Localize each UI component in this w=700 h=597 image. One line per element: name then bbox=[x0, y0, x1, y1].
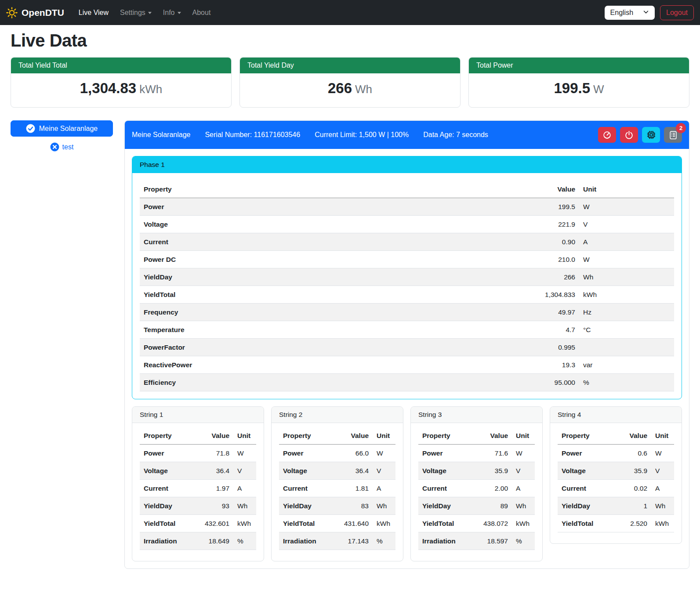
dropdown-caret-icon bbox=[178, 12, 181, 14]
unit-cell: V bbox=[579, 216, 674, 233]
unit-cell: % bbox=[579, 374, 674, 391]
property-cell: YieldTotal bbox=[140, 286, 520, 304]
value-cell: 1.97 bbox=[195, 480, 233, 497]
column-header-property: Property bbox=[279, 427, 334, 445]
property-cell: Current bbox=[558, 480, 613, 497]
value-cell: 18.597 bbox=[473, 532, 512, 550]
table-row-voltage: Voltage36.4V bbox=[140, 462, 256, 480]
table-row-irradiation: Irradiation17.143% bbox=[279, 532, 395, 550]
column-header-unit: Unit bbox=[512, 427, 535, 445]
phase-table-header-row: PropertyValueUnit bbox=[140, 181, 674, 198]
value-cell: 1 bbox=[613, 497, 651, 515]
unit-cell: Wh bbox=[233, 497, 256, 515]
table-row-yieldday: YieldDay83Wh bbox=[279, 497, 395, 515]
page-title: Live Data bbox=[11, 31, 689, 51]
property-cell: Temperature bbox=[140, 321, 520, 339]
string-card-string-1: String 1 PropertyValueUnit Power71.8WVol… bbox=[132, 406, 264, 561]
value-cell: 71.6 bbox=[473, 445, 512, 462]
table-row-power: Power199.5W bbox=[140, 198, 674, 216]
power-toggle-button[interactable] bbox=[620, 127, 638, 143]
nav-item-live-view[interactable]: Live View bbox=[73, 5, 114, 20]
summary-card-total-yield-day: Total Yield Day 266Wh bbox=[239, 57, 461, 108]
string-card-string-4: String 4 PropertyValueUnit Power0.6WVolt… bbox=[550, 406, 682, 544]
table-row-voltage: Voltage35.9V bbox=[558, 462, 674, 480]
value-cell: 266 bbox=[520, 268, 579, 286]
column-header-property: Property bbox=[418, 427, 473, 445]
strings-row: String 1 PropertyValueUnit Power71.8WVol… bbox=[132, 406, 682, 561]
unit-cell: A bbox=[651, 480, 674, 497]
table-row-current: Current0.90A bbox=[140, 233, 674, 251]
property-cell: YieldDay bbox=[140, 268, 520, 286]
value-cell: 438.072 bbox=[473, 515, 512, 532]
value-cell: 35.9 bbox=[613, 462, 651, 480]
value-cell: 83 bbox=[334, 497, 373, 515]
string-card-string-2: String 2 PropertyValueUnit Power66.0WVol… bbox=[271, 406, 403, 561]
property-cell: Power bbox=[140, 198, 520, 216]
table-row-voltage: Voltage221.9V bbox=[140, 216, 674, 233]
value-cell: 210.0 bbox=[520, 251, 579, 268]
table-row-power: Power0.6W bbox=[558, 445, 674, 462]
string-card-title: String 2 bbox=[272, 407, 403, 423]
string-card-string-3: String 3 PropertyValueUnit Power71.6WVol… bbox=[410, 406, 543, 561]
table-row-yieldday: YieldDay1Wh bbox=[558, 497, 674, 515]
value-cell: 18.649 bbox=[195, 532, 233, 550]
table-row-irradiation: Irradiation18.649% bbox=[140, 532, 256, 550]
device-info-button[interactable] bbox=[642, 127, 660, 143]
summary-card-total-yield-total: Total Yield Total 1,304.83kWh bbox=[11, 57, 232, 108]
limit-settings-button[interactable] bbox=[598, 127, 616, 143]
value-cell: 4.7 bbox=[520, 321, 579, 339]
brand[interactable]: OpenDTU bbox=[6, 7, 64, 18]
summary-card-title: Total Power bbox=[469, 58, 689, 73]
nav-item-settings[interactable]: Settings bbox=[114, 5, 157, 20]
unit-cell: kWh bbox=[512, 515, 535, 532]
property-cell: Efficiency bbox=[140, 374, 520, 391]
summary-card-body: 199.5W bbox=[469, 73, 689, 107]
sidebar-inverter-test[interactable]: test bbox=[11, 142, 113, 152]
phase-panel-title: Phase 1 bbox=[132, 156, 682, 173]
unit-cell: A bbox=[233, 480, 256, 497]
table-row-yieldtotal: YieldTotal438.072kWh bbox=[418, 515, 535, 532]
inverter-limit: Current Limit: 1,500 W | 100% bbox=[315, 131, 409, 139]
table-row-yieldday: YieldDay89Wh bbox=[418, 497, 535, 515]
table-row-power: Power71.6W bbox=[418, 445, 535, 462]
property-cell: YieldTotal bbox=[418, 515, 473, 532]
property-cell: YieldDay bbox=[279, 497, 334, 515]
event-count-badge: 2 bbox=[676, 123, 686, 133]
summary-card-body: 1,304.83kWh bbox=[11, 73, 231, 107]
unit-cell: % bbox=[373, 532, 395, 550]
sidebar-inverter-meine-solaranlage[interactable]: Meine Solaranlage bbox=[11, 120, 113, 137]
unit-cell: W bbox=[579, 251, 674, 268]
string-table: PropertyValueUnit Power66.0WVoltage36.4V… bbox=[279, 427, 395, 550]
event-log-button[interactable]: 2 bbox=[664, 127, 682, 143]
value-cell: 2.00 bbox=[473, 480, 512, 497]
nav-item-about[interactable]: About bbox=[187, 5, 217, 20]
property-cell: Current bbox=[140, 233, 520, 251]
inverter-sidebar: Meine Solaranlagetest bbox=[11, 120, 113, 152]
unit-cell: Wh bbox=[512, 497, 535, 515]
unit-cell: A bbox=[579, 233, 674, 251]
property-cell: Frequency bbox=[140, 304, 520, 321]
brand-label: OpenDTU bbox=[22, 7, 64, 18]
inverter-name: Meine Solaranlage bbox=[132, 131, 190, 139]
speedometer-icon bbox=[602, 130, 612, 140]
value-cell: 71.8 bbox=[195, 445, 233, 462]
language-select[interactable]: English bbox=[605, 6, 655, 20]
column-header-property: Property bbox=[558, 427, 613, 445]
phase-table: PropertyValueUnit Power199.5WVoltage221.… bbox=[140, 181, 674, 391]
table-row-current: Current0.02A bbox=[558, 480, 674, 497]
nav-item-info[interactable]: Info bbox=[157, 5, 187, 20]
column-header-value: Value bbox=[520, 181, 579, 198]
string-card-title: String 1 bbox=[132, 407, 264, 423]
chevron-down-icon bbox=[643, 9, 649, 17]
summary-card-unit: W bbox=[593, 83, 604, 96]
property-cell: YieldTotal bbox=[558, 515, 613, 532]
unit-cell: V bbox=[233, 462, 256, 480]
navbar-links: Live ViewSettingsInfoAbout bbox=[73, 5, 217, 20]
logout-button[interactable]: Logout bbox=[660, 5, 694, 20]
property-cell: Voltage bbox=[140, 462, 195, 480]
column-header-value: Value bbox=[473, 427, 512, 445]
column-header-unit: Unit bbox=[233, 427, 256, 445]
cpu-icon bbox=[646, 130, 656, 140]
table-row-current: Current1.97A bbox=[140, 480, 256, 497]
column-header-unit: Unit bbox=[579, 181, 674, 198]
